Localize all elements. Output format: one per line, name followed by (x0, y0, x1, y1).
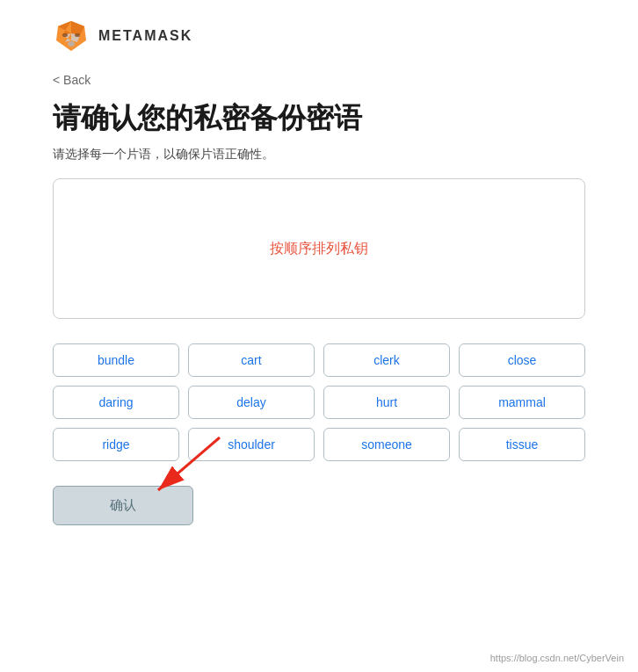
back-link[interactable]: < Back (53, 73, 91, 87)
word-button-close[interactable]: close (459, 343, 585, 377)
word-button-delay[interactable]: delay (188, 386, 315, 419)
phrase-placeholder-text: 按顺序排列私钥 (270, 240, 368, 258)
svg-point-5 (68, 41, 75, 47)
word-grid: bundlecartclerkclosedaringdelayhurtmamma… (53, 343, 585, 461)
page-title: 请确认您的私密备份密语 (53, 101, 585, 134)
logo-text: METAMASK (98, 28, 192, 44)
word-button-bundle[interactable]: bundle (53, 343, 179, 377)
svg-point-7 (75, 33, 80, 37)
word-button-daring[interactable]: daring (53, 386, 179, 419)
header: METAMASK (53, 18, 585, 54)
word-button-mammal[interactable]: mammal (459, 386, 585, 419)
confirm-area: 确认 (53, 486, 585, 525)
svg-point-6 (62, 33, 68, 37)
word-button-tissue[interactable]: tissue (459, 428, 585, 461)
phrase-drop-area: 按顺序排列私钥 (53, 178, 585, 319)
word-button-someone[interactable]: someone (323, 428, 450, 461)
word-button-ridge[interactable]: ridge (53, 428, 179, 461)
word-button-cart[interactable]: cart (188, 343, 315, 377)
word-button-shoulder[interactable]: shoulder (188, 428, 315, 461)
word-button-hurt[interactable]: hurt (323, 386, 450, 419)
watermark: https://blog.csdn.net/CyberVein (490, 653, 624, 663)
confirm-button[interactable]: 确认 (53, 486, 193, 525)
metamask-logo-icon (53, 18, 90, 54)
word-button-clerk[interactable]: clerk (323, 343, 450, 377)
subtitle: 请选择每一个片语，以确保片语正确性。 (53, 147, 585, 163)
